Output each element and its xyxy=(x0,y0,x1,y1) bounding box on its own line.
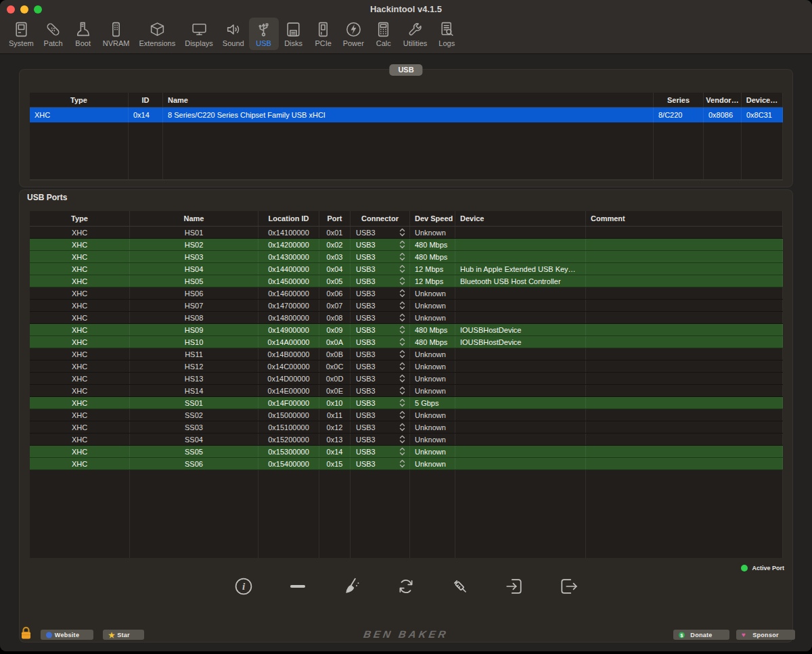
toolbar-item-displays[interactable]: Displays xyxy=(180,18,218,50)
port-row-hs10[interactable]: XHCHS100x14A000000x0AUSB3480 MbpsIOUSBHo… xyxy=(30,336,783,348)
port-cell: HS05 xyxy=(130,275,258,287)
ports-col-header[interactable]: Type xyxy=(30,211,130,226)
connector-select[interactable]: USB3 xyxy=(351,312,410,323)
connector-select[interactable]: USB3 xyxy=(351,239,410,250)
port-row-hs14[interactable]: XHCHS140x14E000000x0EUSB3Unknown xyxy=(30,385,783,397)
port-row-ss01[interactable]: XHCSS010x14F000000x10USB35 Gbps xyxy=(30,397,783,409)
displays-icon xyxy=(191,20,208,38)
toolbar-item-extensions[interactable]: Extensions xyxy=(134,18,180,50)
remove-button[interactable] xyxy=(288,578,307,597)
connector-select[interactable]: USB3 xyxy=(351,458,410,469)
port-row-hs06[interactable]: XHCHS060x146000000x06USB3Unknown xyxy=(30,287,783,300)
info-button[interactable]: i xyxy=(234,578,253,597)
port-cell: 0x11 xyxy=(319,409,351,421)
port-row-hs13[interactable]: XHCHS130x14D000000x0DUSB3Unknown xyxy=(30,373,783,385)
port-row-ss05[interactable]: XHCSS050x153000000x14USB3Unknown xyxy=(30,446,783,458)
port-row-ss06[interactable]: XHCSS060x154000000x15USB3Unknown xyxy=(30,458,783,470)
port-cell: 0x05 xyxy=(319,275,351,287)
connector-select[interactable]: USB3 xyxy=(351,360,410,372)
connector-select[interactable]: USB3 xyxy=(351,275,410,287)
toolbar-item-boot[interactable]: Boot xyxy=(68,18,98,50)
toolbar-item-logs[interactable]: Logs xyxy=(432,18,461,50)
controllers-col-header[interactable]: Device… xyxy=(742,93,783,107)
ports-col-header[interactable]: Location ID xyxy=(258,211,319,226)
toolbar-item-calc[interactable]: Calc xyxy=(369,18,399,50)
stepper-icon xyxy=(399,411,405,419)
port-row-hs05[interactable]: XHCHS050x145000000x05USB312 MbpsBluetoot… xyxy=(30,275,783,287)
connector-select[interactable]: USB3 xyxy=(351,373,410,384)
port-cell: 0x14 xyxy=(319,446,351,457)
sponsor-button[interactable]: ♥ Sponsor xyxy=(736,630,795,640)
connector-select[interactable]: USB3 xyxy=(351,324,410,335)
connector-select[interactable]: USB3 xyxy=(351,434,410,445)
connector-value: USB3 xyxy=(356,363,376,371)
ports-col-header[interactable]: Connector xyxy=(351,211,410,226)
connector-select[interactable]: USB3 xyxy=(351,446,410,457)
connector-select[interactable]: USB3 xyxy=(351,227,410,238)
toolbar-item-power[interactable]: Power xyxy=(338,18,369,50)
port-row-hs07[interactable]: XHCHS070x147000000x07USB3Unknown xyxy=(30,300,783,312)
connector-select[interactable]: USB3 xyxy=(351,287,410,299)
toolbar-item-utilities[interactable]: Utilities xyxy=(399,18,432,50)
connector-value: USB3 xyxy=(356,302,376,310)
controllers-col-header[interactable]: Type xyxy=(30,93,129,107)
controller-row[interactable]: XHC0x148 Series/C220 Series Chipset Fami… xyxy=(30,108,783,122)
port-row-hs08[interactable]: XHCHS080x148000000x08USB3Unknown xyxy=(30,312,783,324)
inject-button[interactable] xyxy=(451,578,470,597)
ports-col-header[interactable]: Dev Speed xyxy=(410,211,455,226)
port-cell: XHC xyxy=(30,434,130,445)
ports-col-header[interactable]: Device xyxy=(455,211,586,226)
content-area: USB TypeIDNameSeriesVendor…Device… XHC0x… xyxy=(0,54,812,651)
connector-select[interactable]: USB3 xyxy=(351,300,410,311)
port-cell xyxy=(586,348,783,360)
port-row-hs03[interactable]: XHCHS030x143000000x03USB3480 Mbps xyxy=(30,251,783,263)
toolbar-item-usb[interactable]: USB xyxy=(249,18,279,50)
port-row-ss04[interactable]: XHCSS040x152000000x13USB3Unknown xyxy=(30,434,783,446)
controllers-col-header[interactable]: ID xyxy=(129,93,163,107)
connector-select[interactable]: USB3 xyxy=(351,251,410,262)
toolbar-item-pcie[interactable]: PCIe xyxy=(309,18,338,50)
import-button[interactable] xyxy=(505,578,524,597)
export-button[interactable] xyxy=(559,578,578,597)
port-row-ss02[interactable]: XHCSS020x150000000x11USB3Unknown xyxy=(30,409,783,421)
port-cell: 0x07 xyxy=(319,300,351,311)
tab-usb[interactable]: USB xyxy=(389,64,422,76)
port-cell: 0x12 xyxy=(319,421,351,433)
ports-table-filler xyxy=(30,470,783,558)
connector-select[interactable]: USB3 xyxy=(351,421,410,433)
ports-col-header[interactable]: Name xyxy=(130,211,258,226)
connector-value: USB3 xyxy=(356,350,376,358)
toolbar-item-sound[interactable]: Sound xyxy=(218,18,249,50)
toolbar-item-patch[interactable]: Patch xyxy=(39,18,68,50)
port-cell: 0x02 xyxy=(319,239,351,250)
connector-select[interactable]: USB3 xyxy=(351,397,410,408)
ports-col-header[interactable]: Comment xyxy=(586,211,783,226)
connector-select[interactable]: USB3 xyxy=(351,385,410,396)
port-row-hs02[interactable]: XHCHS020x142000000x02USB3480 Mbps xyxy=(30,239,783,251)
connector-select[interactable]: USB3 xyxy=(351,336,410,348)
toolbar-item-disks[interactable]: Disks xyxy=(279,18,309,50)
port-cell: 0x13 xyxy=(319,434,351,445)
clean-button[interactable] xyxy=(342,578,361,597)
refresh-button[interactable] xyxy=(397,578,415,597)
port-cell xyxy=(586,251,783,262)
port-row-ss03[interactable]: XHCSS030x151000000x12USB3Unknown xyxy=(30,421,783,434)
toolbar-item-nvram[interactable]: NVRAM xyxy=(98,18,135,50)
donate-button[interactable]: $ Donate xyxy=(673,630,729,640)
connector-select[interactable]: USB3 xyxy=(351,348,410,360)
port-row-hs11[interactable]: XHCHS110x14B000000x0BUSB3Unknown xyxy=(30,348,783,360)
port-cell xyxy=(455,458,586,469)
port-row-hs12[interactable]: XHCHS120x14C000000x0CUSB3Unknown xyxy=(30,360,783,373)
toolbar-item-system[interactable]: System xyxy=(4,18,39,50)
port-row-hs04[interactable]: XHCHS040x144000000x04USB312 MbpsHub in A… xyxy=(30,263,783,275)
port-row-hs01[interactable]: XHCHS010x141000000x01USB3Unknown xyxy=(30,227,783,239)
controllers-col-header[interactable]: Name xyxy=(163,93,654,107)
controllers-col-header[interactable]: Series xyxy=(654,93,704,107)
port-row-hs09[interactable]: XHCHS090x149000000x09USB3480 MbpsIOUSBHo… xyxy=(30,324,783,336)
port-cell: 0x08 xyxy=(319,312,351,323)
port-cell xyxy=(586,434,783,445)
connector-select[interactable]: USB3 xyxy=(351,409,410,421)
ports-col-header[interactable]: Port xyxy=(319,211,351,226)
connector-select[interactable]: USB3 xyxy=(351,263,410,275)
controllers-col-header[interactable]: Vendor… xyxy=(704,93,742,107)
